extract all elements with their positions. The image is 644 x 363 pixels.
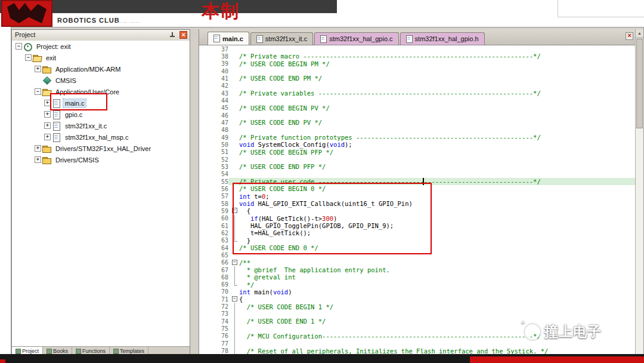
code-line-68[interactable]: 68 * @retval int	[199, 273, 635, 281]
view-tab-books[interactable]: Books	[43, 347, 72, 354]
code-line-49[interactable]: 49/* Private function prototypes -------…	[199, 134, 635, 141]
code-text: */	[239, 281, 254, 288]
code-line-43[interactable]: 43/* Private variables -----------------…	[199, 90, 635, 97]
fold-margin	[231, 112, 239, 119]
code-line-50[interactable]: 50void SystemClock_Config(void);	[199, 141, 635, 148]
code-line-42[interactable]: 42	[199, 82, 635, 90]
line-number: 70	[199, 288, 231, 295]
tree-expander-icon[interactable]: −	[16, 43, 22, 50]
file-icon	[52, 133, 61, 141]
tree-item-label: gpio.c	[63, 110, 84, 119]
tree-expander-icon[interactable]: +	[35, 145, 41, 152]
fold-margin	[231, 127, 239, 134]
line-number: 46	[199, 112, 231, 119]
code-line-53[interactable]: 53/* USER CODE END PFP */	[199, 163, 635, 170]
tree-item-project-exit[interactable]: −Project: exit	[12, 41, 190, 52]
code-line-69[interactable]: 69 */	[199, 281, 635, 288]
line-number: 67	[199, 267, 231, 273]
tree-expander-icon[interactable]: +	[35, 156, 41, 163]
tree-expander-icon[interactable]: +	[44, 134, 51, 140]
tree-item-label: stm32f1xx_hal_msp.c	[63, 133, 130, 141]
file-icon	[320, 35, 327, 43]
line-number: 54	[199, 171, 231, 177]
tree-item-label: Project: exit	[35, 42, 72, 51]
fold-margin	[231, 149, 239, 156]
code-line-45[interactable]: 45/* USER CODE BEGIN PV */	[199, 104, 635, 112]
line-number: 44	[199, 97, 231, 104]
fold-margin	[231, 347, 239, 354]
code-line-39[interactable]: 39/* USER CODE BEGIN PM */	[199, 60, 635, 67]
code-line-78[interactable]: 78 /* Reset of all peripherals, Initiali…	[199, 347, 635, 354]
code-line-51[interactable]: 51/* USER CODE BEGIN PFP */	[199, 149, 635, 156]
code-line-46[interactable]: 46	[199, 112, 635, 119]
tree-expander-icon[interactable]: +	[44, 122, 51, 129]
view-tab-functions[interactable]: Functions	[72, 347, 110, 354]
scrollbar-thumb[interactable]	[636, 39, 643, 128]
view-tab-strip: ProjectBooksFunctionsTemplates	[12, 346, 190, 354]
code-line-38[interactable]: 38/* Private macro ---------------------…	[199, 53, 635, 60]
fold-margin	[231, 75, 239, 82]
editor-tabs: main.cstm32f1xx_it.cstm32f1xx_hal_gpio.c…	[208, 32, 486, 45]
fold-margin	[231, 171, 239, 178]
code-line-72[interactable]: 72 /* USER CODE BEGIN 1 */	[199, 303, 635, 310]
line-number: 63	[199, 237, 231, 244]
fold-margin	[231, 318, 239, 325]
line-number: 38	[199, 53, 231, 60]
tree-expander-icon[interactable]: −	[25, 54, 32, 61]
tree-item-cmsis[interactable]: CMSIS	[12, 75, 190, 86]
code-line-70[interactable]: 70int main(void)	[199, 288, 635, 296]
pin-icon[interactable]	[169, 32, 175, 38]
editor-vertical-scrollbar[interactable]	[635, 29, 643, 355]
editor-tab-main-c[interactable]: main.c	[208, 32, 249, 45]
line-number: 52	[199, 156, 231, 163]
editor-tab-stm32f1xx-hal-gpio-h[interactable]: stm32f1xx_hal_gpio.h	[400, 32, 485, 45]
line-number: 59	[199, 208, 231, 214]
tab-label: stm32f1xx_hal_gpio.c	[329, 35, 392, 42]
fold-margin	[231, 134, 239, 141]
code-line-48[interactable]: 48	[199, 127, 635, 134]
code-line-52[interactable]: 52	[199, 156, 635, 163]
line-number: 64	[199, 245, 231, 251]
panel-splitter[interactable]	[190, 29, 199, 355]
panel-close-icon[interactable]	[179, 31, 187, 39]
fold-collapse-icon[interactable]: −	[231, 296, 239, 303]
tree-expander-icon[interactable]: −	[35, 88, 41, 95]
view-tab-icon	[47, 349, 52, 354]
fold-collapse-icon[interactable]: −	[231, 259, 239, 266]
tree-item-stm32f1xx-it-c[interactable]: +stm32f1xx_it.c	[12, 120, 190, 131]
tree-item-drivers-cmsis[interactable]: +Drivers/CMSIS	[12, 154, 190, 165]
view-tab-icon	[113, 349, 119, 354]
line-number: 45	[199, 104, 231, 111]
tree-item-stm32f1xx-hal-msp-c[interactable]: +stm32f1xx_hal_msp.c	[12, 131, 190, 143]
document-close-icon[interactable]	[626, 32, 633, 40]
tree-expander-icon[interactable]: +	[44, 111, 51, 118]
code-line-40[interactable]: 40	[199, 67, 635, 75]
tree-expander-icon[interactable]: +	[35, 66, 41, 72]
code-line-54[interactable]: 54	[199, 171, 635, 178]
editor-tab-stm32f1xx-it-c[interactable]: stm32f1xx_it.c	[250, 32, 313, 45]
code-line-66[interactable]: 66−/**	[199, 259, 635, 266]
view-tab-templates[interactable]: Templates	[110, 347, 148, 354]
line-number: 68	[199, 274, 231, 281]
tree-item-exit[interactable]: −exit	[12, 52, 190, 63]
code-text: /* Reset of all peripherals, Initializes…	[239, 347, 548, 355]
code-line-71[interactable]: 71−{	[199, 296, 635, 303]
code-line-41[interactable]: 41/* USER CODE END PM */	[199, 75, 635, 82]
line-number: 53	[199, 164, 231, 170]
tree-item-drivers-stm32f1xx-hal-driver[interactable]: +Drivers/STM32F1xx_HAL_Driver	[12, 143, 190, 154]
line-number: 77	[199, 340, 231, 347]
code-line-67[interactable]: 67 * @brief The application entry point.	[199, 266, 635, 273]
code-line-73[interactable]: 73	[199, 310, 635, 318]
code-text: int main(void)	[239, 288, 292, 296]
view-tab-project[interactable]: Project	[12, 347, 43, 354]
code-text: {	[239, 296, 243, 303]
code-line-37[interactable]: 37	[199, 45, 635, 53]
tree-item-application-mdk-arm[interactable]: +Application/MDK-ARM	[12, 63, 190, 75]
scroll-up-arrow-icon[interactable]	[636, 29, 643, 38]
code-text: /* MCU Configuration--------------------…	[239, 333, 541, 340]
code-line-47[interactable]: 47/* USER CODE END PV */	[199, 119, 635, 126]
editor-tab-stm32f1xx-hal-gpio-c[interactable]: stm32f1xx_hal_gpio.c	[314, 32, 398, 45]
robotics-club-logo	[1, 0, 52, 27]
tree-item-label: Drivers/STM32F1xx_HAL_Driver	[54, 144, 153, 153]
code-line-44[interactable]: 44	[199, 97, 635, 104]
